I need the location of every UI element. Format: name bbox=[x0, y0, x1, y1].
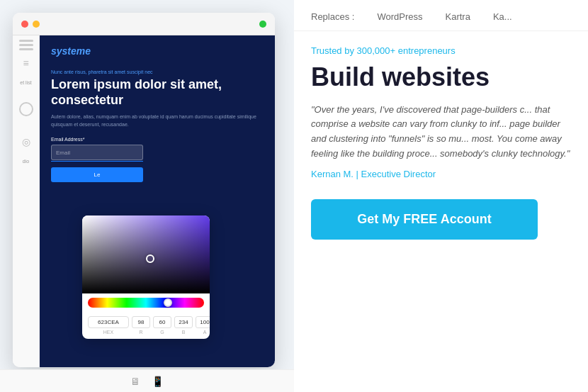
radio-icon bbox=[19, 102, 33, 116]
website-headline: Lorem ipsum dolor sit amet, consectetur bbox=[51, 77, 264, 108]
bottom-bar: 🖥 📱 bbox=[0, 369, 294, 392]
browser-content: ≡ et list ◎ dio systeme Nunc ante risus,… bbox=[13, 35, 275, 367]
browser-window: ≡ et list ◎ dio systeme Nunc ante risus,… bbox=[13, 13, 275, 367]
cta-button-mock[interactable]: Le bbox=[51, 167, 143, 182]
website-body-text: Autem dolore, alias, numquam enim ab vol… bbox=[51, 113, 264, 128]
email-placeholder: Email bbox=[56, 150, 70, 156]
build-headline: Build websites bbox=[311, 63, 571, 91]
replaces-wordpress: WordPress bbox=[377, 11, 422, 22]
right-content: Trusted by 300,000+ entrepreneurs Build … bbox=[294, 31, 588, 254]
testimonial-author: Kernan M. | Executive Director bbox=[311, 169, 571, 179]
website-preview: systeme Nunc ante risus, pharetra sit am… bbox=[40, 35, 275, 367]
email-input-mock[interactable]: Email bbox=[51, 145, 143, 160]
email-label: Email Address* bbox=[51, 137, 264, 142]
replaces-label: Replaces : bbox=[311, 11, 354, 22]
brand-name: systeme bbox=[51, 45, 264, 57]
hamburger-icon[interactable] bbox=[19, 44, 33, 46]
color-gradient-area[interactable] bbox=[82, 215, 210, 293]
browser-chrome bbox=[13, 13, 275, 35]
b-input[interactable]: 234 bbox=[174, 316, 193, 328]
hex-label: HEX bbox=[88, 330, 129, 335]
r-input[interactable]: 98 bbox=[132, 316, 150, 328]
sidebar-strip: ≡ et list ◎ dio bbox=[13, 35, 40, 367]
color-picker-dot[interactable] bbox=[146, 254, 154, 263]
a-label: A bbox=[196, 330, 210, 335]
g-input[interactable]: 60 bbox=[153, 316, 171, 328]
sidebar-list-icon[interactable]: ≡ bbox=[23, 57, 28, 69]
desktop-icon[interactable]: 🖥 bbox=[130, 376, 140, 387]
color-input-row: 623CEA HEX 98 R 60 G 234 bbox=[82, 312, 210, 339]
get-free-account-button[interactable]: Get My FREE Account bbox=[311, 199, 538, 240]
replaces-bar: Replaces : WordPress Kartra Ka... bbox=[294, 0, 588, 31]
sidebar-sound-icon[interactable]: ◎ bbox=[22, 136, 30, 147]
color-spectrum-bar[interactable] bbox=[88, 298, 204, 308]
website-subtitle: Nunc ante risus, pharetra sit amet susci… bbox=[51, 69, 264, 74]
tablet-icon[interactable]: 📱 bbox=[152, 376, 164, 387]
hex-input[interactable]: 623CEA bbox=[88, 316, 129, 328]
g-label: G bbox=[153, 330, 171, 335]
sidebar-dio-label: dio bbox=[23, 159, 29, 164]
a-input[interactable]: 100 bbox=[196, 316, 210, 328]
sidebar-label: et list bbox=[20, 80, 31, 85]
r-label: R bbox=[132, 330, 150, 335]
trusted-text: Trusted by 300,000+ entrepreneurs bbox=[311, 45, 571, 56]
right-panel: Replaces : WordPress Kartra Ka... Truste… bbox=[294, 0, 588, 392]
color-picker-popup: 623CEA HEX 98 R 60 G 234 bbox=[82, 215, 210, 339]
replaces-other: Ka... bbox=[493, 11, 512, 22]
maximize-dot[interactable] bbox=[259, 21, 266, 28]
minimize-dot[interactable] bbox=[33, 21, 40, 28]
website-header: systeme Nunc ante risus, pharetra sit am… bbox=[40, 35, 275, 188]
spectrum-thumb[interactable] bbox=[164, 298, 172, 307]
replaces-kartra: Kartra bbox=[445, 11, 470, 22]
testimonial-text: "Over the years, I've discovered that pa… bbox=[311, 103, 571, 162]
left-panel: ≡ et list ◎ dio systeme Nunc ante risus,… bbox=[0, 0, 294, 392]
b-label: B bbox=[174, 330, 193, 335]
close-dot[interactable] bbox=[21, 21, 28, 28]
